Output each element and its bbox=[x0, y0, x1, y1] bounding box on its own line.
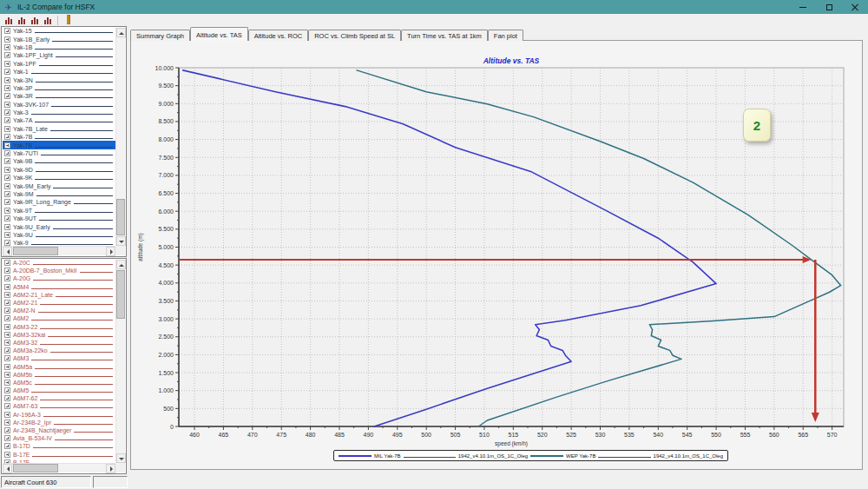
scroll-up-arrow[interactable] bbox=[116, 260, 126, 269]
expand-plus-icon[interactable] bbox=[4, 260, 10, 266]
expand-plus-icon[interactable] bbox=[4, 126, 10, 132]
expand-plus-icon[interactable] bbox=[4, 52, 10, 58]
expand-plus-icon[interactable] bbox=[4, 167, 10, 173]
expand-plus-icon[interactable] bbox=[4, 240, 10, 246]
expand-plus-icon[interactable] bbox=[4, 102, 10, 108]
maximize-button[interactable] bbox=[816, 0, 842, 14]
expand-plus-icon[interactable] bbox=[4, 109, 10, 116]
list-item-b-17e[interactable]: B-17E bbox=[3, 451, 115, 459]
list-item-yak-7b[interactable]: Yak-7B bbox=[3, 141, 115, 149]
expand-plus-icon[interactable] bbox=[4, 191, 10, 197]
list-item-yak-3vk-107[interactable]: Yak-3VK-107 bbox=[3, 101, 115, 109]
list-item-ar-234b-2-ipr[interactable]: Ar-234B-2_Ipr bbox=[3, 419, 115, 426]
tab-summary-graph[interactable]: Summary Graph bbox=[130, 30, 190, 41]
expand-plus-icon[interactable] bbox=[4, 452, 10, 458]
expand-plus-icon[interactable] bbox=[4, 364, 10, 370]
tab-turn-time-vs-tas-at-1km[interactable]: Turn Time vs. TAS at 1km bbox=[401, 30, 488, 41]
expand-plus-icon[interactable] bbox=[4, 215, 10, 221]
expand-plus-icon[interactable] bbox=[4, 183, 10, 189]
expand-plus-icon[interactable] bbox=[4, 355, 10, 361]
list-item-yak-7b[interactable]: Yak-7B bbox=[3, 133, 115, 141]
expand-plus-icon[interactable] bbox=[4, 403, 10, 409]
list-item-yak-1[interactable]: Yak-1 bbox=[3, 68, 115, 76]
list-item-a6m2-n[interactable]: A6M2-N bbox=[3, 307, 115, 314]
list-item-a-20db-7-boston-mkii[interactable]: A-20DB-7_Boston_MkII bbox=[3, 267, 115, 274]
chart-columns-button-3[interactable] bbox=[28, 15, 41, 26]
list-item-a6m7-62[interactable]: A6M7-62 bbox=[3, 394, 115, 402]
list-item-a6m2-21[interactable]: A6M2-21 bbox=[3, 299, 115, 307]
expand-plus-icon[interactable] bbox=[4, 332, 10, 338]
list-item-yak-9t[interactable]: Yak-9T bbox=[3, 207, 115, 215]
list-item-ar-196a-3[interactable]: Ar-196A-3 bbox=[3, 411, 115, 419]
list-item-ar-234b-nachtjaeger[interactable]: Ar-234B_Nachtjaeger bbox=[3, 426, 115, 434]
list-item-a6m7-63[interactable]: A6M7-63 bbox=[3, 402, 115, 410]
scroll-left-arrow[interactable] bbox=[3, 247, 12, 256]
list-item-a6m5b[interactable]: A6M5b bbox=[3, 371, 115, 379]
expand-plus-icon[interactable] bbox=[4, 275, 10, 281]
reference-book-button[interactable] bbox=[62, 15, 75, 26]
expand-plus-icon[interactable] bbox=[4, 324, 10, 330]
scrollbar-thumb[interactable] bbox=[116, 270, 125, 319]
scrollbar-thumb[interactable] bbox=[116, 199, 125, 235]
list-item-yak-7a[interactable]: Yak-7A bbox=[3, 116, 115, 124]
list-item-avia-b-534-iv[interactable]: Avia_B-534-IV bbox=[3, 434, 115, 442]
expand-plus-icon[interactable] bbox=[4, 395, 10, 401]
expand-plus-icon[interactable] bbox=[4, 307, 10, 314]
expand-plus-icon[interactable] bbox=[4, 387, 10, 393]
list-item-yak-9d[interactable]: Yak-9D bbox=[3, 166, 115, 174]
list-item-a6m5a[interactable]: A6M5a bbox=[3, 362, 115, 370]
expand-plus-icon[interactable] bbox=[4, 44, 10, 50]
chart-columns-button-4[interactable] bbox=[41, 15, 54, 26]
expand-plus-icon[interactable] bbox=[4, 69, 10, 75]
scroll-right-arrow[interactable] bbox=[106, 464, 115, 473]
expand-plus-icon[interactable] bbox=[4, 435, 10, 441]
expand-plus-icon[interactable] bbox=[4, 300, 10, 306]
list-item-yak-9m[interactable]: Yak-9M bbox=[3, 190, 115, 198]
list-item-b-17d[interactable]: B-17D bbox=[3, 442, 115, 450]
minimize-button[interactable] bbox=[790, 0, 816, 14]
scroll-left-arrow[interactable] bbox=[3, 464, 12, 473]
list-item-yak-9b[interactable]: Yak-9B bbox=[3, 157, 115, 165]
expand-plus-icon[interactable] bbox=[4, 199, 10, 205]
list-item-a6m2-21-late[interactable]: A6M2-21_Late bbox=[3, 291, 115, 299]
list-item-a6m3a-22ko[interactable]: A6M3a-22ko bbox=[3, 347, 115, 354]
expand-plus-icon[interactable] bbox=[4, 292, 10, 298]
tab-roc-vs-climb-speed-at-sl[interactable]: ROC vs. Climb Speed at SL bbox=[308, 30, 401, 41]
scroll-up-arrow[interactable] bbox=[116, 28, 126, 37]
list-item-a-20c[interactable]: A-20C bbox=[3, 259, 115, 267]
list-item-a6m5c[interactable]: A6M5c bbox=[3, 379, 115, 387]
tab-altitude-vs-tas[interactable]: Altitude vs. TAS bbox=[190, 27, 248, 41]
list-item-yak-9ut[interactable]: Yak-9UT bbox=[3, 215, 115, 222]
list-item-yak-15[interactable]: Yak-15 bbox=[3, 27, 115, 35]
vertical-scrollbar[interactable] bbox=[115, 28, 125, 246]
list-item-yak-7b-late[interactable]: Yak-7B_Late bbox=[3, 125, 115, 133]
expand-plus-icon[interactable] bbox=[4, 158, 10, 164]
list-item-a6m5[interactable]: A6M5 bbox=[3, 387, 115, 394]
scrollbar-thumb[interactable] bbox=[13, 247, 58, 255]
list-item-yak-3n[interactable]: Yak-3N bbox=[3, 76, 115, 83]
list-item-a5m4[interactable]: A5M4 bbox=[3, 283, 115, 291]
list-item-yak-1b-early[interactable]: Yak-1B_Early bbox=[3, 35, 115, 43]
expand-plus-icon[interactable] bbox=[4, 77, 10, 83]
list-item-yak-9k[interactable]: Yak-9K bbox=[3, 174, 115, 182]
list-item-yak-9u-early[interactable]: Yak-9U_Early bbox=[3, 222, 115, 230]
expand-plus-icon[interactable] bbox=[4, 208, 10, 214]
horizontal-scrollbar[interactable] bbox=[3, 463, 115, 472]
chart-columns-button-2[interactable] bbox=[15, 15, 28, 26]
expand-plus-icon[interactable] bbox=[4, 117, 10, 123]
list-item-yak-3p[interactable]: Yak-3P bbox=[3, 84, 115, 92]
expand-plus-icon[interactable] bbox=[4, 85, 10, 91]
expand-plus-icon[interactable] bbox=[4, 93, 10, 99]
tab-altitude-vs-roc[interactable]: Altitude vs. ROC bbox=[248, 30, 308, 41]
vertical-scrollbar[interactable] bbox=[115, 260, 125, 463]
list-item-a6m3[interactable]: A6M3 bbox=[3, 354, 115, 362]
tab-fan-plot[interactable]: Fan plot bbox=[488, 30, 523, 41]
expand-plus-icon[interactable] bbox=[4, 340, 10, 346]
list-item-yak-9u[interactable]: Yak-9U bbox=[3, 231, 115, 239]
list-item-yak-1b[interactable]: Yak-1B bbox=[3, 43, 115, 51]
expand-plus-icon[interactable] bbox=[4, 284, 10, 290]
expand-plus-icon[interactable] bbox=[4, 412, 10, 418]
list-item-a6m3-22[interactable]: A6M3-22 bbox=[3, 323, 115, 331]
expand-plus-icon[interactable] bbox=[4, 268, 10, 274]
scrollbar-thumb[interactable] bbox=[13, 464, 58, 472]
